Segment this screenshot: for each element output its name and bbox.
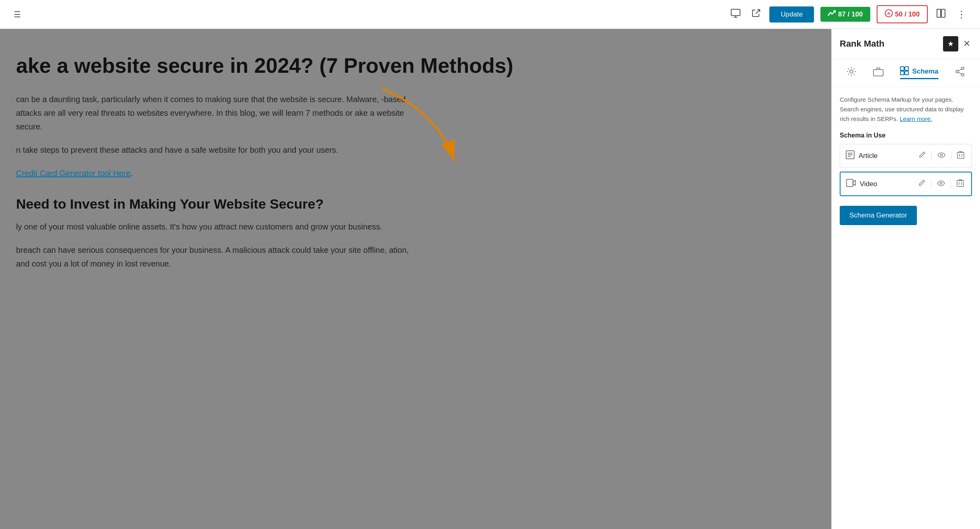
article-title: ake a website secure in 2024? (7 Proven … — [16, 53, 815, 78]
svg-line-3 — [756, 10, 760, 14]
svg-rect-28 — [847, 179, 853, 187]
more-options-button[interactable]: ⋮ — [954, 7, 969, 22]
schema-item-video-left: Video — [846, 178, 877, 189]
article-schema-actions — [917, 149, 966, 162]
schema-item-video: Video — [840, 172, 972, 196]
article-para-5: breach can have serious consequences for… — [16, 243, 410, 271]
briefcase-icon — [873, 67, 884, 79]
article-para-link: Credit Card Generator tool Here. — [16, 166, 410, 180]
video-schema-name: Video — [860, 180, 877, 188]
video-delete-button[interactable] — [955, 177, 966, 191]
sidebar-content: Configure Schema Markup for your pages. … — [832, 87, 980, 529]
sidebar: Rank Math ★ ✕ — [831, 29, 980, 529]
video-preview-button[interactable] — [935, 178, 947, 190]
schema-tab-label: Schema — [912, 68, 938, 76]
monitor-icon-button[interactable] — [728, 6, 743, 22]
eye-icon — [937, 152, 945, 160]
seo-score-red-button[interactable]: R 50 / 100 — [877, 5, 928, 23]
article-schema-icon — [846, 150, 855, 161]
credit-card-link[interactable]: Credit Card Generator tool Here — [16, 169, 131, 178]
video-divider-1 — [931, 180, 931, 189]
seo-score-green-value: 87 / 100 — [838, 10, 863, 18]
article-para-1: can be a daunting task, particularly whe… — [16, 92, 410, 133]
svg-rect-24 — [957, 152, 964, 158]
close-icon: ✕ — [963, 39, 970, 49]
schema-tab-underline — [900, 78, 938, 79]
tab-share[interactable] — [950, 63, 970, 82]
sidebar-title: Rank Math — [840, 39, 884, 49]
article-delete-button[interactable] — [955, 149, 966, 162]
close-sidebar-button[interactable]: ✕ — [962, 37, 972, 51]
schema-tab-icon — [900, 66, 909, 76]
svg-point-23 — [941, 154, 943, 156]
video-trash-icon — [957, 179, 964, 189]
sidebar-header: Rank Math ★ ✕ — [832, 29, 980, 59]
toolbar-right: Update 87 / 100 R 50 / 100 ⋮ — [728, 5, 969, 23]
video-edit-icon — [918, 179, 925, 189]
svg-rect-0 — [731, 9, 740, 16]
schema-in-use-label: Schema in Use — [840, 132, 972, 139]
video-schema-actions — [916, 177, 966, 191]
trash-icon — [957, 151, 964, 161]
more-icon: ⋮ — [957, 10, 966, 19]
schema-generator-button[interactable]: Schema Generator — [840, 206, 917, 225]
edit-icon — [918, 151, 926, 160]
article-para-2: n take steps to prevent these attacks an… — [16, 143, 410, 157]
tab-briefcase[interactable] — [868, 64, 888, 82]
schema-description: Configure Schema Markup for your pages. … — [840, 95, 972, 124]
svg-rect-12 — [900, 71, 904, 75]
video-schema-icon — [846, 178, 856, 189]
schema-item-article: Article — [840, 144, 972, 168]
sidebar-header-actions: ★ ✕ — [943, 36, 972, 51]
layout-icon — [937, 9, 945, 20]
share-icon — [955, 66, 965, 79]
sidebar-tabs: Schema — [832, 59, 980, 87]
article-divider-2 — [951, 152, 951, 160]
svg-rect-7 — [941, 9, 945, 17]
trending-up-icon — [828, 10, 836, 18]
article-period: . — [131, 169, 133, 178]
update-button[interactable]: Update — [769, 6, 814, 23]
toolbar-left: ☰ — [11, 7, 23, 22]
svg-point-15 — [956, 70, 958, 73]
layout-toggle-button[interactable] — [934, 6, 948, 22]
svg-point-14 — [962, 67, 964, 70]
monitor-icon — [731, 9, 740, 20]
article-schema-name: Article — [859, 152, 877, 160]
external-link-button[interactable] — [749, 6, 763, 22]
svg-rect-6 — [937, 9, 941, 17]
svg-rect-13 — [905, 71, 908, 75]
tab-settings[interactable] — [841, 63, 861, 82]
svg-rect-10 — [900, 67, 904, 70]
svg-point-16 — [962, 74, 964, 76]
article-subheading: Need to Invest in Making Your Website Se… — [16, 196, 815, 212]
hamburger-button[interactable]: ☰ — [11, 7, 23, 22]
article-preview-button[interactable] — [936, 150, 947, 162]
circle-score-icon: R — [885, 9, 893, 19]
svg-line-17 — [958, 69, 962, 71]
seo-score-green-button[interactable]: 87 / 100 — [820, 7, 870, 22]
star-button[interactable]: ★ — [943, 36, 958, 51]
star-icon: ★ — [947, 39, 954, 48]
svg-point-29 — [940, 182, 942, 185]
article-edit-button[interactable] — [917, 150, 927, 162]
content-area: ake a website secure in 2024? (7 Proven … — [0, 29, 831, 529]
seo-score-red-value: 50 / 100 — [895, 10, 920, 18]
svg-rect-9 — [873, 70, 883, 76]
svg-rect-11 — [905, 67, 908, 70]
main-area: ake a website secure in 2024? (7 Proven … — [0, 29, 980, 529]
toolbar: ☰ Update 87 / 100 R 50 / 100 — [0, 0, 980, 29]
svg-text:R: R — [887, 12, 890, 16]
learn-more-link[interactable]: Learn more. — [900, 115, 932, 122]
article-para-4: ly one of your most valuable online asse… — [16, 220, 410, 234]
svg-rect-30 — [957, 180, 964, 187]
tab-schema[interactable]: Schema — [895, 64, 943, 82]
settings-icon — [846, 66, 857, 79]
article-divider-1 — [931, 152, 932, 160]
video-eye-icon — [937, 180, 945, 188]
svg-point-8 — [850, 70, 853, 73]
video-divider-2 — [951, 180, 951, 189]
svg-line-18 — [958, 72, 962, 74]
external-link-icon — [752, 9, 761, 20]
video-edit-button[interactable] — [916, 178, 927, 190]
